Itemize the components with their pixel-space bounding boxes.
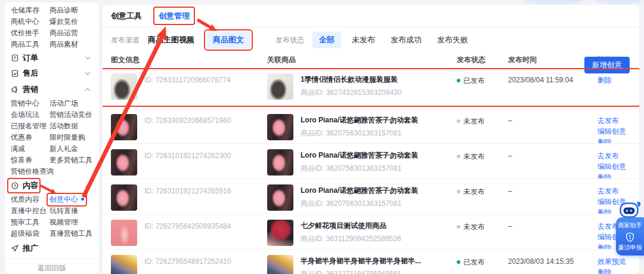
publish-link[interactable]: 去发布 [597, 187, 631, 195]
sidebar-item-newcomer-gift[interactable]: 新人礼金 [49, 144, 93, 154]
filter-status-unpublished[interactable]: 未发布 [352, 35, 375, 45]
sidebar-item-live-console[interactable]: 直播中控台 [11, 206, 49, 216]
publish-time: – [508, 144, 597, 178]
assistant-panel[interactable]: 商家助手 廉洁申报 [616, 217, 644, 255]
product-thumbnail[interactable] [267, 73, 293, 100]
publish-time: – [508, 214, 597, 249]
product-thumbnail[interactable] [267, 149, 293, 176]
publish-link[interactable]: 去发布 [597, 152, 631, 160]
sidebar-item-live-play[interactable]: 玩转直播 [49, 206, 93, 216]
sidebar-item-live-marketing-tools[interactable]: 直播营销工具 [49, 229, 93, 239]
decorative-blob [525, 0, 584, 4]
table-row: ID: 7262795642508935484 七夕鲜花项目测试使用商品商品ID… [103, 214, 639, 250]
sidebar-item-discount[interactable]: 满减 [11, 144, 49, 154]
chevron-up-icon [85, 88, 91, 91]
sidebar-item-quality-content[interactable]: 优质内容 [11, 195, 49, 205]
product-thumbnail[interactable] [267, 220, 293, 246]
sidebar-section-orders[interactable]: 订单 [5, 50, 99, 66]
sidebar-item-biz-center[interactable]: 商机中心 [11, 17, 49, 27]
status-dot [457, 260, 460, 264]
tab-creative-manage[interactable]: 创意管理 [159, 11, 190, 20]
sidebar-section-content[interactable]: 内容 [5, 177, 99, 194]
promotion-icon [11, 244, 19, 253]
sidebar-item-activity-data[interactable]: 活动数据 [49, 121, 93, 131]
delete-link[interactable]: 删除 [597, 76, 631, 84]
col-header-info: 图文信息 [111, 55, 267, 65]
edit-creative-link[interactable]: 编辑创意 [597, 162, 631, 171]
col-header-status: 发布状态 [457, 55, 508, 65]
product-name: Loro Piana/诺悠翩雅苦茶子勿动套装 [301, 150, 418, 161]
sidebar-item-marketing-bid[interactable]: 营销活动竞价 [49, 110, 93, 120]
filter-channel-image-text[interactable]: 商品图文 [206, 32, 250, 48]
sidebar-item-marketing-price-query[interactable]: 营销价格查询 [11, 167, 49, 177]
creative-thumbnail[interactable] [111, 114, 137, 140]
edit-creative-link[interactable]: 编辑创意 [597, 127, 631, 136]
delete-link[interactable]: 删除 [597, 138, 631, 143]
sidebar-item-product-tools[interactable]: 商品工具 [11, 39, 49, 50]
sidebar: 仓储库存商品诊断 商机中心爆款竞价 优价推手商品运营 商品工具商品素材 订单 售… [5, 2, 99, 274]
order-icon [11, 54, 19, 62]
sidebar-item-product-ops[interactable]: 商品运营 [49, 28, 93, 38]
delete-link[interactable]: 删除 [597, 173, 631, 178]
sidebar-section-promotion[interactable]: 推广 [5, 239, 99, 257]
robot-icon[interactable] [618, 200, 642, 220]
product-name: 七夕鲜花项目测试使用商品 [301, 221, 401, 231]
creative-thumbnail[interactable] [111, 184, 137, 211]
table-row: ID: 7263311720966078774 1季情侣情侣长款动漫服装服装商品… [103, 68, 639, 109]
status-badge: 未发布 [463, 187, 485, 196]
sidebar-item-creative-center[interactable]: 创意中心 [49, 195, 84, 205]
filter-status-all[interactable]: 全部 [312, 32, 341, 48]
sidebar-item-coupon[interactable]: 优惠券 [11, 133, 49, 143]
filter-channel-main-video[interactable]: 商品主图视频 [148, 35, 194, 45]
sidebar-item-warehouse[interactable]: 仓储库存 [11, 5, 49, 16]
product-thumbnail[interactable] [267, 255, 293, 274]
product-thumbnail[interactable] [267, 184, 293, 211]
status-badge: 已发布 [463, 76, 485, 85]
product-id: 商品ID: 3620756301363157081 [301, 199, 418, 209]
sidebar-item-preaudit-tool[interactable]: 预审工具 [11, 217, 49, 227]
back-to-old-version-link[interactable]: 返回旧版 [5, 258, 99, 274]
product-name: 1季情侣情侣长款动漫服装服装 [301, 75, 401, 85]
integrity-report-label[interactable]: 廉洁申报 [616, 244, 644, 251]
chevron-down-icon [85, 72, 91, 75]
creative-thumbnail[interactable] [111, 220, 137, 246]
filter-status-failed[interactable]: 发布失败 [437, 35, 468, 45]
sidebar-item-product-material[interactable]: 商品素材 [49, 39, 93, 50]
sidebar-section-marketing[interactable]: 营销 [5, 81, 99, 98]
product-name: Loro Piana/诺悠翩雅苦茶子勿动套装 [301, 186, 418, 196]
sidebar-item-surprise-coupon[interactable]: 惊喜券 [11, 155, 49, 165]
delete-link[interactable]: 删除 [597, 268, 631, 274]
publish-link[interactable]: 去发布 [597, 116, 631, 125]
chevron-up-icon [85, 184, 91, 187]
sidebar-item-diagnosis[interactable]: 商品诊断 [49, 5, 93, 16]
creative-id: ID: 7263311720966078774 [144, 76, 231, 108]
sidebar-item-more-marketing-tools[interactable]: 更多营销工具 [49, 155, 93, 165]
sidebar-section-aftersale[interactable]: 售后 [5, 66, 99, 81]
publish-time: 2023/08/04 11:59:04 [508, 68, 597, 108]
creative-id: ID: 7263101921274282300 [144, 152, 231, 178]
assistant-title[interactable]: 商家助手 [616, 222, 644, 229]
table-row: ID: 7262795548917252410 半身裙半身裙半身裙半身裙半身裙半… [103, 250, 639, 274]
sidebar-item-hot-bid[interactable]: 爆款竞价 [49, 17, 93, 27]
creative-thumbnail[interactable] [111, 255, 137, 274]
sidebar-item-activity-plaza[interactable]: 活动广场 [49, 98, 93, 109]
sidebar-item-price-push[interactable]: 优价推手 [11, 28, 49, 38]
status-filter-label: 发布状态 [275, 35, 304, 45]
sidebar-item-flash-sale[interactable]: 限时限量购 [49, 133, 93, 143]
sidebar-item-video-manage[interactable]: 视频管理 [49, 217, 93, 227]
sidebar-item-venue-play[interactable]: 会场玩法 [11, 110, 49, 120]
tab-creative-tools[interactable]: 创意工具 [111, 11, 142, 21]
sidebar-item-super-bag[interactable]: 超级福袋 [11, 229, 49, 239]
creative-thumbnail[interactable] [111, 149, 137, 176]
creative-thumbnail[interactable] [111, 73, 137, 100]
filter-status-success[interactable]: 发布成功 [391, 35, 422, 45]
sidebar-item-marketing-center[interactable]: 营销中心 [11, 98, 49, 109]
table-row: ID: 7263101921274265916 Loro Piana/诺悠翩雅苦… [103, 179, 639, 214]
decorative-blob [596, 0, 644, 4]
status-dot [457, 225, 460, 229]
sidebar-item-registered[interactable]: 已报名管理 [11, 121, 49, 131]
product-thumbnail[interactable] [267, 114, 293, 140]
status-badge: 已发布 [463, 258, 485, 266]
megaphone-icon [11, 85, 19, 94]
effect-preview-link[interactable]: 效果预览 [597, 257, 631, 266]
